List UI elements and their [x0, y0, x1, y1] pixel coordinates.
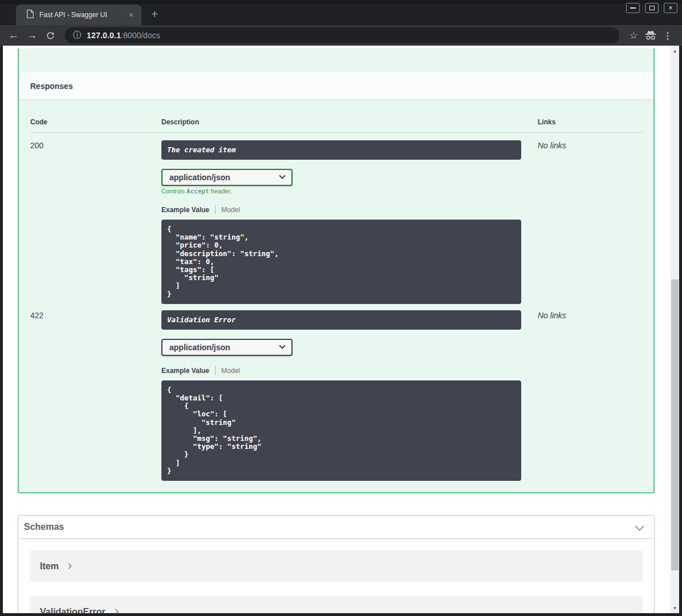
reload-icon: [46, 31, 55, 40]
post-opblock-responses: Responses Code Description Links 200 The…: [18, 48, 655, 493]
tab-title: Fast API - Swagger UI: [39, 11, 127, 19]
tab-close-icon[interactable]: ×: [127, 10, 136, 19]
star-icon: ☆: [629, 30, 638, 42]
address-bar[interactable]: ⓘ 127.0.0.1:8000/docs: [65, 27, 619, 43]
window-controls: ×: [626, 3, 677, 13]
back-icon: ←: [9, 29, 19, 42]
example-model-tabs: Example Value Model: [161, 205, 538, 214]
media-type-select[interactable]: application/json: [161, 339, 293, 356]
scroll-down-icon[interactable]: ▼: [671, 604, 679, 612]
responses-section-header: Responses: [19, 72, 653, 99]
tab-example-value[interactable]: Example Value: [161, 206, 209, 214]
response-links: No links: [538, 140, 642, 304]
tab-separator: [215, 205, 216, 214]
close-icon: ×: [668, 5, 672, 11]
chevron-down-icon[interactable]: [635, 521, 644, 530]
kebab-menu-icon: ⋮: [663, 30, 672, 41]
model-item[interactable]: Item: [30, 550, 643, 582]
scroll-up-icon[interactable]: ▲: [671, 47, 679, 55]
forward-icon: →: [27, 29, 38, 42]
minimize-button[interactable]: [626, 3, 640, 13]
scrollbar-thumb[interactable]: [671, 279, 679, 570]
schemas-panel: Schemas Item ValidationError: [18, 515, 655, 613]
browser-toolbar: ← → ⓘ 127.0.0.1:8000/docs ☆ ⋮: [0, 25, 682, 46]
maximize-button[interactable]: [645, 3, 659, 13]
response-description: The created item: [161, 140, 521, 160]
response-code: 200: [30, 140, 161, 304]
browser-window: Fast API - Swagger UI × + × ← → ⓘ 127.0.…: [0, 0, 682, 616]
responses-table: Code Description Links 200 The created i…: [30, 118, 642, 492]
tab-example-value[interactable]: Example Value: [161, 367, 209, 375]
tab-separator: [215, 366, 216, 375]
schemas-body: Item ValidationError: [18, 539, 654, 613]
response-row-422: 422 Validation Error application/json Ex…: [30, 304, 642, 481]
response-code: 422: [30, 310, 161, 481]
tab-model[interactable]: Model: [221, 206, 240, 214]
chevron-down-icon: [279, 173, 285, 179]
swagger-docs-page: Responses Code Description Links 200 The…: [3, 46, 671, 613]
column-header-description: Description: [161, 118, 538, 126]
bookmark-star-button[interactable]: ☆: [625, 27, 642, 44]
responses-table-header: Code Description Links: [30, 118, 642, 133]
page-scrollbar[interactable]: ▲ ▼: [671, 46, 679, 613]
browser-menu-button[interactable]: ⋮: [659, 27, 676, 44]
site-info-icon[interactable]: ⓘ: [73, 30, 81, 40]
url-host: 127.0.0.1: [87, 31, 121, 40]
browser-tab[interactable]: Fast API - Swagger UI ×: [16, 5, 141, 25]
url-path: :8000/docs: [121, 31, 160, 40]
column-header-code: Code: [30, 118, 161, 126]
opblock-spacer: [19, 48, 653, 72]
response-links: No links: [538, 310, 642, 481]
responses-title: Responses: [30, 82, 73, 91]
example-json-block: { "detail": [ { "loc": [ "string" ], "ms…: [161, 380, 521, 481]
chevron-down-icon: [279, 342, 285, 348]
new-tab-button[interactable]: +: [147, 7, 162, 22]
response-description: Validation Error: [161, 310, 521, 330]
incognito-badge: [642, 27, 659, 44]
model-validationerror[interactable]: ValidationError: [30, 596, 643, 613]
media-type-value: application/json: [169, 343, 230, 352]
forward-button[interactable]: →: [23, 27, 41, 44]
back-button[interactable]: ←: [5, 27, 23, 44]
model-name: Item: [40, 561, 59, 572]
close-button[interactable]: ×: [664, 3, 677, 13]
incognito-icon: [644, 30, 657, 40]
media-type-value: application/json: [169, 173, 230, 182]
schemas-title: Schemas: [24, 522, 64, 532]
example-json-block: { "name": "string", "price": 0, "descrip…: [161, 220, 521, 304]
chevron-right-icon: [112, 609, 118, 613]
chevron-right-icon: [66, 564, 71, 569]
model-name: ValidationError: [40, 607, 105, 614]
schemas-header[interactable]: Schemas: [18, 516, 654, 539]
column-header-links: Links: [538, 118, 642, 126]
maximize-icon: [649, 6, 655, 10]
tab-model[interactable]: Model: [221, 367, 240, 375]
page-favicon-icon: [26, 10, 34, 21]
example-model-tabs: Example Value Model: [161, 366, 538, 375]
media-type-select[interactable]: application/json: [161, 169, 293, 186]
browser-titlebar: Fast API - Swagger UI × + ×: [0, 0, 682, 25]
controls-accept-note: Controls Accept header.: [161, 188, 538, 195]
reload-button[interactable]: [41, 27, 59, 44]
response-row-200: 200 The created item application/json Co…: [30, 133, 642, 304]
minimize-icon: [630, 7, 636, 9]
